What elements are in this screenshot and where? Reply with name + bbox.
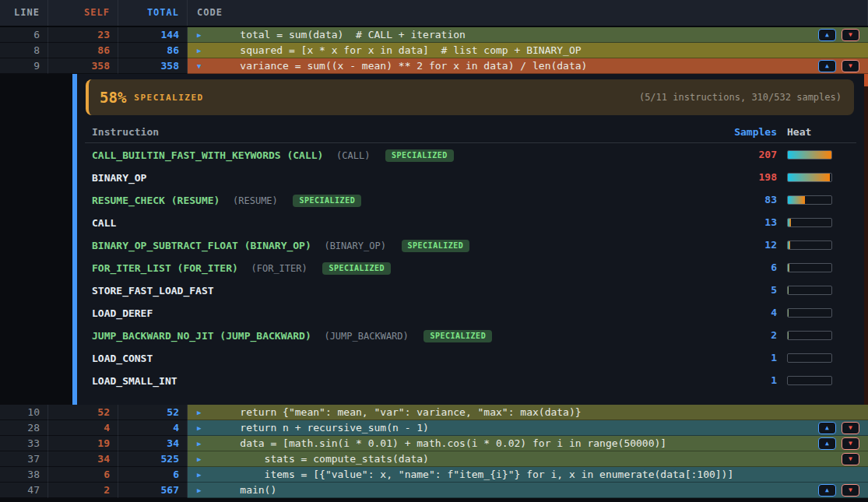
self-samples: 2 (48, 483, 118, 498)
code-text: data = [math.sin(i * 0.01) + math.cos(i … (216, 436, 666, 451)
expand-toggle-icon[interactable]: ▶ (197, 486, 216, 494)
code-line[interactable]: ▶ return n + recursive_sum(n - 1) ▲ ▼ (188, 420, 868, 436)
code-line[interactable]: ▶ items = [{"value": x, "name": f"item_{… (188, 467, 868, 483)
jump-down-button[interactable]: ▼ (842, 437, 859, 450)
instruction-samples: 83 (715, 194, 777, 205)
expand-toggle-icon[interactable]: ▶ (197, 409, 216, 416)
jump-up-button[interactable]: ▲ (818, 29, 836, 41)
expand-toggle-icon[interactable]: ▶ (197, 424, 216, 432)
instruction-name: CALL_BUILTIN_FAST_WITH_KEYWORDS (CALL) (92, 149, 323, 161)
code-line[interactable]: ▶ data = [math.sin(i * 0.01) + math.cos(… (188, 436, 868, 451)
jump-down-button[interactable]: ▼ (842, 453, 859, 465)
line-number: 9 (0, 58, 48, 74)
specialized-badge: SPECIALIZED (423, 330, 492, 342)
specialized-badge: SPECIALIZED (402, 240, 470, 252)
expand-toggle-icon[interactable]: ▶ (197, 31, 216, 39)
total-samples: 4 (118, 420, 188, 436)
instruction-base-opcode: (FOR_ITER) (251, 263, 307, 274)
line-number: 6 (0, 27, 48, 43)
heat-bar (787, 308, 832, 318)
specialized-badge: SPECIALIZED (293, 195, 361, 207)
line-number: 28 (0, 420, 48, 436)
instruction-row: FOR_ITER_LIST (FOR_ITER) (FOR_ITER) SPEC… (85, 256, 856, 279)
jump-up-button[interactable]: ▲ (818, 437, 836, 450)
specialization-banner: 58% SPECIALIZED (5/11 instructions, 310/… (86, 79, 854, 115)
total-samples: 525 (118, 451, 188, 467)
instruction-samples: 198 (715, 171, 777, 183)
heat-bar (787, 150, 832, 160)
jump-down-button[interactable]: ▼ (842, 29, 859, 41)
instruction-row: CALL_BUILTIN_FAST_WITH_KEYWORDS (CALL) (… (85, 143, 856, 166)
instruction-samples: 2 (715, 329, 777, 341)
instruction-row: BINARY_OP_SUBTRACT_FLOAT (BINARY_OP) (BI… (85, 233, 856, 256)
expand-toggle-icon[interactable]: ▶ (197, 471, 216, 479)
instruction-column-header: Instruction (85, 126, 715, 138)
self-samples: 6 (48, 467, 118, 483)
expand-toggle-icon[interactable]: ▶ (197, 455, 216, 463)
expand-toggle-icon[interactable]: ▶ (197, 440, 216, 448)
code-table-row: 33 19 34 ▶ data = [math.sin(i * 0.01) + … (0, 436, 868, 451)
jump-up-button[interactable]: ▲ (818, 484, 836, 497)
code-text: stats = compute_stats(data) (216, 451, 429, 466)
instruction-base-opcode: (RESUME) (233, 195, 278, 206)
jump-up-button[interactable]: ▲ (818, 422, 836, 434)
instruction-name: CALL (92, 217, 116, 229)
instruction-name: FOR_ITER_LIST (FOR_ITER) (92, 262, 238, 274)
instruction-name: LOAD_SMALL_INT (92, 375, 177, 387)
instruction-samples: 5 (715, 284, 777, 296)
self-samples: 23 (48, 27, 118, 43)
samples-column-header[interactable]: Samples (715, 126, 777, 138)
instruction-detail-section: 58% SPECIALIZED (5/11 instructions, 310/… (0, 74, 868, 405)
total-samples: 358 (118, 58, 188, 74)
instruction-row: CALL 13 (85, 211, 856, 233)
instruction-name: JUMP_BACKWARD_NO_JIT (JUMP_BACKWARD) (92, 330, 311, 342)
code-line[interactable]: ▼ variance = sum((x - mean) ** 2 for x i… (188, 58, 868, 74)
header-code: CODE (188, 0, 868, 26)
detail-scrollbar-thumb[interactable] (864, 74, 868, 86)
jump-down-button[interactable]: ▼ (842, 484, 859, 497)
detail-panel: 58% SPECIALIZED (5/11 instructions, 310/… (77, 74, 864, 405)
code-table-row: 28 4 4 ▶ return n + recursive_sum(n - 1)… (0, 420, 868, 436)
instruction-name: STORE_FAST_LOAD_FAST (92, 285, 214, 297)
heat-bar-fill (788, 286, 789, 294)
instruction-name: LOAD_DEREF (92, 307, 153, 319)
code-text: main() (216, 483, 276, 497)
self-samples: 34 (48, 451, 118, 467)
expand-toggle-icon[interactable]: ▶ (197, 47, 216, 54)
top-code-rows: 6 23 144 ▶ total = sum(data) # CALL + it… (0, 27, 868, 74)
code-line[interactable]: ▶ total = sum(data) # CALL + iteration ▲… (188, 27, 868, 43)
detail-scrollbar[interactable] (864, 74, 868, 405)
code-table-row: 9 358 358 ▼ variance = sum((x - mean) **… (0, 58, 868, 74)
code-text: variance = sum((x - mean) ** 2 for x in … (216, 58, 587, 73)
instruction-samples: 207 (715, 149, 777, 160)
specialized-label: SPECIALIZED (134, 93, 203, 103)
code-line[interactable]: ▶ return {"mean": mean, "var": variance,… (188, 405, 868, 420)
instruction-base-opcode: (JUMP_BACKWARD) (324, 331, 408, 342)
code-text: squared = [x * x for x in data] # list c… (216, 43, 582, 58)
jump-down-button[interactable]: ▼ (842, 422, 859, 434)
code-text: return n + recursive_sum(n - 1) (216, 420, 429, 435)
heat-bar-fill (788, 219, 791, 226)
instruction-row: RESUME_CHECK (RESUME) (RESUME) SPECIALIZ… (85, 188, 856, 211)
heat-bar-fill (788, 196, 805, 204)
instruction-row: BINARY_OP 198 (85, 166, 856, 188)
self-samples: 52 (48, 405, 118, 420)
code-line[interactable]: ▶ squared = [x * x for x in data] # list… (188, 43, 868, 58)
heat-bar (787, 376, 832, 385)
jump-down-button[interactable]: ▼ (842, 60, 859, 72)
table-header: LINE SELF TOTAL CODE (0, 0, 868, 27)
instruction-samples: 1 (715, 352, 777, 363)
code-line[interactable]: ▶ main() ▲ ▼ (188, 483, 868, 498)
jump-up-button[interactable]: ▲ (818, 60, 836, 72)
specialized-badge: SPECIALIZED (385, 149, 454, 162)
code-table-row: 37 34 525 ▶ stats = compute_stats(data) … (0, 451, 868, 467)
instruction-row: LOAD_CONST 1 (85, 346, 856, 369)
heat-bar-fill (788, 332, 789, 339)
code-table-row: 38 6 6 ▶ items = [{"value": x, "name": f… (0, 467, 868, 483)
code-table-row: 10 52 52 ▶ return {"mean": mean, "var": … (0, 405, 868, 420)
expand-toggle-icon[interactable]: ▼ (197, 62, 216, 70)
total-samples: 567 (118, 483, 188, 498)
code-text: items = [{"value": x, "name": f"item_{i}… (216, 467, 733, 482)
code-line[interactable]: ▶ stats = compute_stats(data) ▼ (188, 451, 868, 467)
line-number: 8 (0, 43, 48, 58)
